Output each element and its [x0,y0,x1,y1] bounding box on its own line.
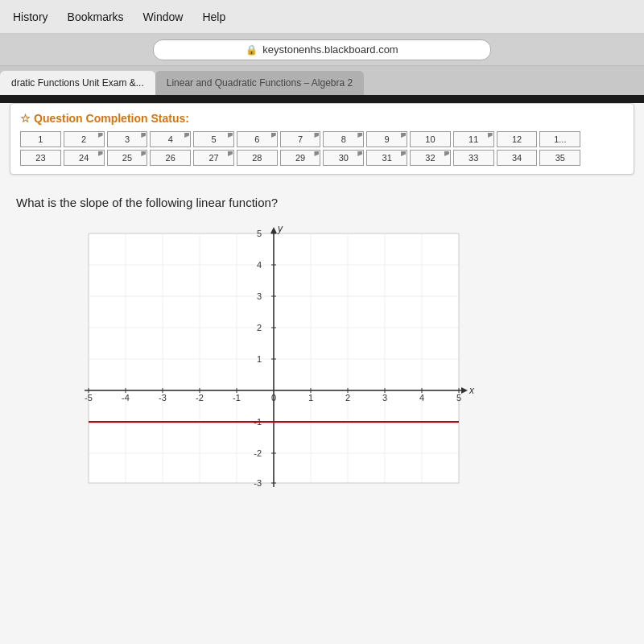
svg-text:1: 1 [308,393,313,402]
q-24[interactable]: 24 [64,150,105,166]
q-27[interactable]: 27 [193,150,234,166]
q-25[interactable]: 25 [107,150,148,166]
q-29[interactable]: 29 [280,150,321,166]
menu-bar: History Bookmarks Window Help [0,0,644,34]
q-5[interactable]: 5 [193,131,234,147]
svg-text:0: 0 [271,393,276,402]
q-32[interactable]: 32 [410,150,451,166]
main-content: ☆ Question Completion Status: 1 2 3 4 5 … [0,103,644,644]
q-11[interactable]: 11 [453,131,494,147]
menu-bookmarks[interactable]: Bookmarks [68,10,124,23]
lock-icon: 🔒 [246,44,258,56]
svg-text:x: x [469,385,475,396]
svg-text:1: 1 [257,354,262,364]
q-4[interactable]: 4 [150,131,191,147]
q-10[interactable]: 10 [410,131,451,147]
q-2[interactable]: 2 [64,131,105,147]
svg-text:-2: -2 [254,448,262,458]
svg-text:3: 3 [257,291,262,301]
coordinate-graph: y x 5 4 3 2 1 [40,225,491,515]
question-area: What is the slope of the following linea… [0,183,644,528]
q-3[interactable]: 3 [107,131,148,147]
question-grid-row2: 23 24 25 26 27 28 29 30 31 32 33 34 35 [20,150,624,166]
svg-text:4: 4 [257,260,262,270]
svg-text:5: 5 [257,229,262,238]
tab-active[interactable]: dratic Functions Unit Exam &... [0,71,155,95]
tab-inactive[interactable]: Linear and Quadratic Functions – Algebra… [155,71,364,95]
svg-text:-3: -3 [254,478,262,488]
q-7[interactable]: 7 [280,131,321,147]
status-title: ☆ Question Completion Status: [20,112,624,125]
address-bar[interactable]: 🔒 keystonenhs.blackboard.com [153,39,491,60]
svg-text:-2: -2 [196,393,204,402]
completion-status: ☆ Question Completion Status: 1 2 3 4 5 … [10,103,634,175]
svg-marker-22 [270,227,277,233]
svg-text:y: y [277,225,283,234]
svg-text:-4: -4 [122,393,130,402]
graph-container: y x 5 4 3 2 1 [16,225,628,515]
q-23[interactable]: 23 [20,150,61,166]
q-9[interactable]: 9 [366,131,407,147]
q-12[interactable]: 12 [497,131,538,147]
q-8[interactable]: 8 [323,131,364,147]
question-text: What is the slope of the following linea… [16,196,628,209]
svg-text:-1: -1 [233,393,241,402]
menu-window[interactable]: Window [143,10,184,23]
menu-help[interactable]: Help [202,10,225,23]
q-30[interactable]: 30 [323,150,364,166]
q-35[interactable]: 35 [539,150,580,166]
menu-history[interactable]: History [13,10,48,23]
q-31[interactable]: 31 [366,150,407,166]
svg-text:3: 3 [382,393,387,402]
tabs-bar: dratic Functions Unit Exam &... Linear a… [0,66,644,95]
tab-inactive-label: Linear and Quadratic Functions – Algebra… [167,77,353,89]
svg-text:2: 2 [345,393,350,402]
status-title-text: Question Completion Status: [34,112,189,125]
graph-wrapper: y x 5 4 3 2 1 [40,225,491,515]
tab-active-label: dratic Functions Unit Exam &... [11,77,144,89]
status-icon: ☆ [20,112,31,125]
question-grid-row1: 1 2 3 4 5 6 7 8 9 10 11 12 1... [20,131,624,147]
q-1[interactable]: 1 [20,131,61,147]
q-33[interactable]: 33 [453,150,494,166]
q-13[interactable]: 1... [539,131,580,147]
svg-text:4: 4 [419,393,424,402]
url-text: keystonenhs.blackboard.com [262,43,398,56]
svg-text:2: 2 [257,323,262,332]
svg-text:5: 5 [456,393,461,402]
q-6[interactable]: 6 [237,131,278,147]
address-bar-area: 🔒 keystonenhs.blackboard.com [0,34,644,66]
q-26[interactable]: 26 [150,150,191,166]
svg-marker-24 [461,387,468,394]
q-34[interactable]: 34 [497,150,538,166]
svg-text:-5: -5 [85,393,93,402]
q-28[interactable]: 28 [237,150,278,166]
svg-text:-3: -3 [159,393,167,402]
